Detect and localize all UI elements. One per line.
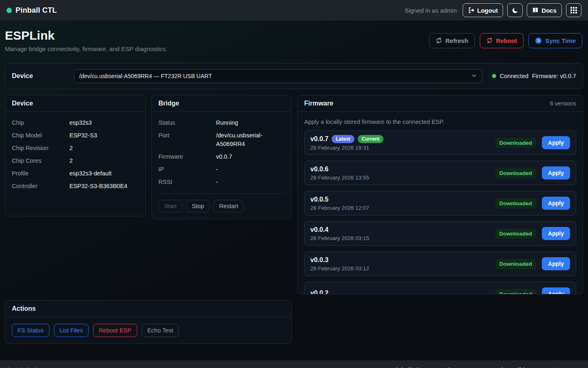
footer: © pinballctl www.pinballctl.com · Privac… [0,360,588,368]
firmware-date: 28 February 2026 13:55 [310,175,369,181]
apply-button[interactable]: Apply [542,136,570,149]
firmware-description: Apply a locally stored firmware to the c… [304,119,576,125]
firmware-version: v0.0.5 [310,196,328,203]
bridge-card: Bridge Status Running Port /dev/cu.usbse… [151,95,292,219]
bridge-card-header: Bridge [152,95,291,112]
device-status: Connected Firmware: v0.0.7 [492,73,576,79]
downloaded-badge: Downloaded [495,198,536,209]
device-select-bar: Device /dev/cu.usbserial-A5069RR4 — FT23… [5,63,583,89]
device-card-header: Device [5,95,145,112]
firmware-date: 28 February 2026 03:15 [310,235,369,241]
device-row-chip: Chip esp32s3 [12,119,139,127]
firmware-row: v0.0.3 28 February 2026 03:12 Downloaded… [304,251,576,276]
reboot-button[interactable]: Reboot [480,33,524,48]
actions-card: Actions FS Status List Files Reboot ESP … [5,300,292,344]
moon-icon [512,7,519,14]
theme-toggle-button[interactable] [507,3,523,17]
device-row-chip-model: Chip Model ESP32-S3 [12,131,139,140]
firmware-row: v0.0.2 Downloaded Apply [304,282,576,294]
apply-button[interactable]: Apply [542,166,570,180]
refresh-button[interactable]: Refresh [429,33,475,48]
device-card: Device Chip esp32s3 Chip Model ESP32-S3 … [5,95,146,216]
navbar: Pinball CTL Signed in as admin Logout [0,0,588,20]
firmware-row: v0.0.5 28 February 2026 12:07 Downloaded… [304,191,576,215]
device-row-profile: Profile esp32s3-default [12,169,139,178]
firmware-version: v0.0.3 [310,256,328,264]
echo-test-button[interactable]: Echo Test [142,324,179,337]
bridge-restart-button[interactable]: Restart [213,200,244,212]
downloaded-badge: Downloaded [495,289,536,295]
logout-button[interactable]: Logout [463,3,503,17]
firmware-version: v0.0.2 [310,289,328,294]
device-row-controller: Controller ESP32-S3-B363B0E4 [12,182,139,191]
bridge-row-firmware: Firmware v0.0.7 [158,153,285,161]
device-select-value: /dev/cu.usbserial-A5069RR4 — FT232R USB … [79,73,212,79]
firmware-date: 28 February 2026 12:07 [310,205,369,211]
firmware-row: v0.0.4 28 February 2026 03:15 Downloaded… [304,221,576,246]
downloaded-badge: Downloaded [495,168,536,178]
book-icon [532,7,539,13]
current-badge: Current [358,135,383,143]
firmware-date: 28 February 2026 03:12 [310,265,369,272]
logout-icon [468,7,474,13]
chevron-down-icon [471,73,477,80]
downloaded-badge: Downloaded [495,259,536,269]
page-title: ESPLink [5,29,167,43]
connected-dot-icon [492,74,496,78]
firmware-row: v0.0.6 28 February 2026 13:55 Downloaded… [304,161,576,185]
page-subtitle: Manage bridge connectivity, firmware, an… [5,45,167,52]
apply-button[interactable]: Apply [542,257,570,270]
reboot-icon [486,37,493,44]
firmware-version: v0.0.7 [310,135,328,143]
bridge-row-ip: IP - [158,165,285,174]
bridge-stop-button[interactable]: Stop [186,200,210,212]
device-row-chip-revision: Chip Revision 2 [12,144,139,153]
downloaded-badge: Downloaded [495,138,536,148]
main-content: ESPLink Manage bridge connectivity, firm… [0,20,588,360]
apply-button[interactable]: Apply [542,227,570,240]
bridge-row-port: Port /dev/cu.usbserial-A5069RR4 [158,131,285,148]
grid-icon [570,7,577,13]
firmware-list: v0.0.7 Latest Current 28 February 2026 1… [304,130,576,294]
firmware-version: v0.0.6 [310,166,328,173]
connection-status: Connected [500,73,528,79]
refresh-icon [436,37,442,44]
firmware-version-count: 6 versions [550,100,576,107]
actions-card-header: Actions [5,301,292,317]
bridge-row-status: Status Running [158,119,285,127]
downloaded-badge: Downloaded [495,229,536,239]
apps-grid-button[interactable] [566,3,581,17]
firmware-version: v0.0.4 [310,226,328,233]
latest-badge: Latest [332,135,354,143]
apply-button[interactable]: Apply [542,197,570,210]
fs-status-button[interactable]: FS Status [12,324,49,337]
firmware-row: v0.0.7 Latest Current 28 February 2026 1… [304,130,576,155]
device-row-chip-cores: Chip Cores 2 [12,157,139,165]
clock-icon [535,37,542,44]
list-files-button[interactable]: List Files [54,324,89,337]
brand: Pinball CTL [7,6,57,15]
signed-in-text: Signed in as admin [405,7,457,14]
bridge-start-button[interactable]: Start [158,200,183,212]
brand-name: Pinball CTL [16,6,57,15]
docs-button[interactable]: Docs [527,3,562,17]
firmware-date: 28 February 2026 19:31 [310,145,383,151]
firmware-card-header: Firmware 6 versions [298,95,583,112]
device-select[interactable]: /dev/cu.usbserial-A5069RR4 — FT232R USB … [74,69,482,83]
sync-time-button[interactable]: Sync Time [528,33,582,48]
reboot-esp-button[interactable]: Reboot ESP [93,324,137,337]
brand-dot-icon [7,8,12,13]
bridge-row-rssi: RSSI - [158,178,285,186]
apply-button[interactable]: Apply [542,287,570,294]
firmware-status: Firmware: v0.0.7 [532,73,576,79]
firmware-card: Firmware 6 versions Apply a locally stor… [297,95,583,294]
device-label: Device [12,72,74,80]
